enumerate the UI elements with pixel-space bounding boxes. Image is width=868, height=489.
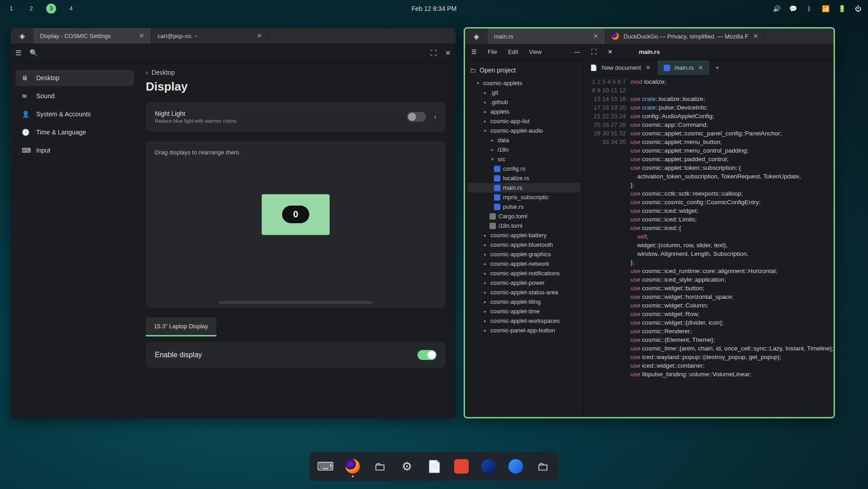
menu-edit[interactable]: Edit <box>508 48 518 55</box>
tree-item[interactable]: ▸cosmic-applet-battery <box>468 230 580 240</box>
chevron-right-icon: ▸ <box>482 280 488 285</box>
workspace-1[interactable]: 1 <box>6 4 16 14</box>
chat-icon[interactable]: 💬 <box>789 5 796 12</box>
terminal-icon[interactable]: ⌨ <box>317 456 334 476</box>
chevron-right-icon[interactable]: › <box>434 113 436 121</box>
enable-display-toggle[interactable] <box>417 350 436 360</box>
workspace-2[interactable]: 2 <box>26 4 36 14</box>
tree-item[interactable]: mpris_subscriptic <box>468 192 580 202</box>
close-icon[interactable]: ✕ <box>698 64 703 71</box>
firefox-icon[interactable] <box>344 456 361 476</box>
display-arrange-card[interactable]: Drag displays to rearrange them. 0 <box>146 141 446 308</box>
battery-icon[interactable]: 🔋 <box>838 5 845 12</box>
tree-item[interactable]: ▸cosmic-applet-status-area <box>468 288 580 297</box>
code-editor[interactable]: 1 2 3 4 5 6 7 8 9 10 11 12 13 14 15 16 1… <box>584 76 834 417</box>
tree-item[interactable]: ▸.git <box>468 88 580 97</box>
tree-item[interactable]: ▸cosmic-applet-time <box>468 307 580 316</box>
obsidian-icon[interactable] <box>480 456 497 476</box>
display-tab[interactable]: 15.3" Laptop Display <box>146 317 216 336</box>
tree-item[interactable]: config.rs <box>468 164 580 173</box>
maximize-icon[interactable]: ⛶ <box>430 49 437 57</box>
workspace-4[interactable]: 4 <box>66 4 76 14</box>
editor-tab[interactable]: main.rs✕ <box>657 60 710 75</box>
sidebar-item-time-language[interactable]: 🕓Time & Language <box>15 124 134 140</box>
sidebar-item-desktop[interactable]: 🖥Desktop <box>15 70 134 86</box>
thunderbird-icon[interactable] <box>507 456 524 476</box>
open-project-button[interactable]: 🗀 Open project <box>468 65 580 78</box>
hamburger-icon[interactable]: ☰ <box>15 49 21 57</box>
menu-view[interactable]: View <box>529 48 542 55</box>
wifi-icon[interactable]: 📶 <box>822 5 829 12</box>
tree-item[interactable]: ▸cosmic-applet-workspaces <box>468 316 580 326</box>
tree-item[interactable]: ▾cosmic-applet-audio <box>468 126 580 135</box>
tree-item[interactable]: ▾src <box>468 154 580 164</box>
close-icon[interactable]: ✕ <box>593 33 599 40</box>
enable-display-card: Enable display <box>146 342 446 368</box>
sidebar-item-system-accounts[interactable]: 👤System & Accounts <box>15 106 134 122</box>
bluetooth-icon[interactable]: ᛒ <box>806 5 813 12</box>
close-icon[interactable]: ✕ <box>646 64 651 71</box>
tree-item[interactable]: ▸cosmic-applet-tiling <box>468 297 580 307</box>
sidebar-item-label: Sound <box>36 92 54 100</box>
window-tab[interactable]: carl@pop-os: ~✕ <box>151 28 269 43</box>
close-icon[interactable]: ✕ <box>608 48 613 55</box>
account-icon: 👤 <box>22 110 30 118</box>
window-tab[interactable]: DuckDuckGo — Privacy, simplified. — Mozi… <box>605 29 765 44</box>
tree-item[interactable]: Cargo.toml <box>468 211 580 221</box>
volume-icon[interactable]: 🔊 <box>773 5 780 12</box>
tree-item[interactable]: ▸cosmic-applet-network <box>468 259 580 268</box>
tree-item[interactable]: main.rs <box>468 183 580 192</box>
tree-item[interactable]: ▸data <box>468 135 580 145</box>
tree-item[interactable]: i18n.toml <box>468 221 580 230</box>
tab-title: Display - COSMIC Settings <box>40 33 111 39</box>
tree-item[interactable]: ▸.github <box>468 97 580 107</box>
chevron-down-icon: ▾ <box>482 128 488 133</box>
editor-tab[interactable]: 📄New document✕ <box>584 60 657 75</box>
tree-item[interactable]: ▸i18n <box>468 145 580 154</box>
display-box[interactable]: 0 <box>262 194 330 235</box>
tree-item[interactable]: ▸cosmic-applet-graphics <box>468 249 580 259</box>
minimize-icon[interactable]: — <box>574 48 580 55</box>
code-content[interactable]: mod localize; use crate::localize::local… <box>631 77 834 415</box>
tree-item[interactable]: ▸cosmic-applet-notifications <box>468 268 580 278</box>
close-icon[interactable]: ✕ <box>139 32 144 39</box>
close-icon[interactable]: ✕ <box>753 33 758 40</box>
sidebar-item-label: Time & Language <box>36 129 86 136</box>
files-icon[interactable]: 🗀 <box>371 456 388 476</box>
search-icon[interactable]: 🔍 <box>29 49 38 57</box>
tree-item[interactable]: ▸cosmic-panel-app-button <box>468 326 580 335</box>
sidebar-item-input[interactable]: ⌨Input <box>15 142 134 158</box>
text-editor-icon[interactable]: 📄 <box>426 456 443 476</box>
breadcrumb-back[interactable]: ‹ Desktop <box>146 69 446 76</box>
maximize-icon[interactable]: ⛶ <box>591 48 597 55</box>
tree-item[interactable]: ▸cosmic-applet-power <box>468 278 580 288</box>
horizontal-scrollbar[interactable] <box>219 301 373 304</box>
power-icon[interactable]: ⏻ <box>854 5 862 12</box>
tree-item[interactable]: ▾cosmic-applets <box>468 78 580 88</box>
tree-item[interactable]: pulse.rs <box>468 202 580 211</box>
clock[interactable]: Feb 12 8:34 PM <box>412 5 457 12</box>
settings-icon[interactable]: ⚙ <box>398 456 416 476</box>
hamburger-icon[interactable]: ☰ <box>471 48 477 55</box>
tree-label: cosmic-applet-notifications <box>490 270 560 277</box>
close-icon[interactable]: ✕ <box>445 49 451 57</box>
menu-file[interactable]: File <box>488 48 497 55</box>
tree-item[interactable]: ▸applets <box>468 107 580 116</box>
firefox-icon <box>612 33 619 40</box>
close-icon[interactable]: ✕ <box>257 32 262 39</box>
night-light-card[interactable]: Night Light Reduce blue light with warme… <box>146 102 446 132</box>
workspace-3[interactable]: 3 <box>46 4 56 14</box>
new-tab-button[interactable]: + <box>710 60 724 75</box>
sidebar-item-sound[interactable]: ≋Sound <box>15 88 134 104</box>
app-toolbar: ☰ 🔍 ⛶ ✕ <box>11 43 456 62</box>
tree-item[interactable]: ▸cosmic-applet-bluetooth <box>468 240 580 249</box>
todoist-icon[interactable] <box>453 456 470 476</box>
files-icon-2[interactable]: 🗀 <box>534 456 551 476</box>
tree-item[interactable]: ▸cosmic-app-list <box>468 116 580 126</box>
window-tab[interactable]: main.rs✕ <box>488 29 605 44</box>
window-tab[interactable]: Display - COSMIC Settings✕ <box>34 28 151 43</box>
project-tree[interactable]: 🗀 Open project ▾cosmic-applets▸.git▸.git… <box>465 60 584 417</box>
tree-label: cosmic-applet-power <box>490 279 545 286</box>
tree-item[interactable]: localize.rs <box>468 173 580 183</box>
night-light-toggle[interactable] <box>407 112 426 122</box>
